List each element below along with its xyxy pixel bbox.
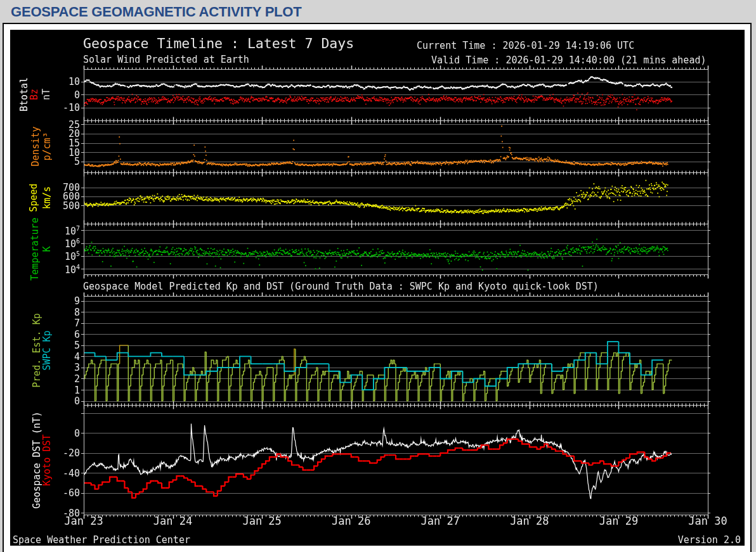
y-tick-label-dst: 0	[74, 428, 80, 439]
x-tick-label: Jan 25	[242, 515, 281, 527]
x-tick-label: Jan 28	[510, 515, 549, 527]
y-tick-label-temperature: 107	[65, 224, 80, 236]
y-tick-label-dst: -20	[63, 447, 80, 459]
section-title: Geospace Model Predicted Kp and DST (Gro…	[83, 281, 599, 292]
y-tick-label-bfield: 10	[68, 76, 80, 87]
y-tick-label-kp: 8	[74, 307, 80, 318]
y-tick-label-kp: 3	[74, 362, 80, 373]
axis-label-kp-1: SWPC Kp	[41, 330, 53, 370]
x-tick-label: Jan 24	[153, 515, 192, 527]
y-tick-label-kp: 1	[74, 385, 80, 396]
y-tick-label-dst: -60	[63, 487, 80, 499]
footer-version: Version 2.0	[678, 534, 741, 546]
x-tick-label: Jan 30	[688, 515, 727, 527]
y-tick-label-speed: 700	[63, 182, 80, 193]
axis-label-dst-1: Kyoto DST	[41, 434, 53, 485]
axis-label-density-1: p/cm³	[41, 132, 53, 160]
plot-frame: Geospace Timeline : Latest 7 Days Solar …	[3, 23, 752, 552]
y-tick-label-kp: 5	[74, 340, 80, 351]
y-tick-label-temperature: 105	[65, 250, 80, 262]
axis-label-temperature-0: Temperature	[29, 217, 41, 280]
y-tick-label-temperature: 104	[65, 263, 80, 275]
y-tick-label-kp: 0	[74, 395, 80, 407]
y-tick-label-kp: 6	[74, 329, 80, 340]
y-tick-label-kp: 7	[74, 318, 80, 329]
page-title: GEOSPACE GEOMAGNETIC ACTIVITY PLOT	[11, 4, 302, 20]
x-tick-label: Jan 23	[64, 515, 103, 527]
y-tick-label-bfield: 0	[74, 89, 80, 101]
axis-label-bfield-1: Bz	[29, 89, 40, 100]
valid-time-label: Valid Time : 2026-01-29 14:40:00 (21 min…	[431, 55, 706, 66]
y-tick-label-bfield: -10	[63, 102, 80, 113]
axis-label-bfield-2: nT	[41, 89, 52, 100]
x-tick-label: Jan 27	[421, 515, 460, 527]
y-tick-label-temperature: 106	[65, 238, 80, 250]
axis-label-speed-1: km/s	[41, 186, 53, 209]
plot-subtitle: Solar Wind Predicted at Earth	[83, 54, 249, 65]
plot-title: Geospace Timeline : Latest 7 Days	[83, 35, 354, 51]
y-tick-label-dst: -40	[63, 468, 80, 479]
page-header: GEOSPACE GEOMAGNETIC ACTIVITY PLOT	[0, 0, 756, 23]
current-time-label: Current Time : 2026-01-29 14:19:06 UTC	[417, 40, 634, 51]
axis-label-speed-0: Speed	[28, 184, 39, 212]
y-tick-label-kp: 9	[74, 295, 80, 307]
axis-label-density-0: Density	[30, 126, 41, 166]
footer-credit: Space Weather Prediction Center	[13, 534, 190, 546]
y-tick-label-kp: 2	[74, 373, 80, 385]
y-tick-label-kp: 4	[74, 351, 80, 363]
axis-label-temperature-1: K	[41, 246, 53, 252]
y-tick-label-density: 25	[68, 119, 80, 131]
geospace-plot: Geospace Timeline : Latest 7 Days Solar …	[10, 30, 745, 546]
x-tick-label: Jan 29	[599, 515, 638, 527]
page: {"window":{"width":1192,"height":871},"h…	[0, 0, 756, 552]
x-tick-label: Jan 26	[332, 515, 370, 527]
